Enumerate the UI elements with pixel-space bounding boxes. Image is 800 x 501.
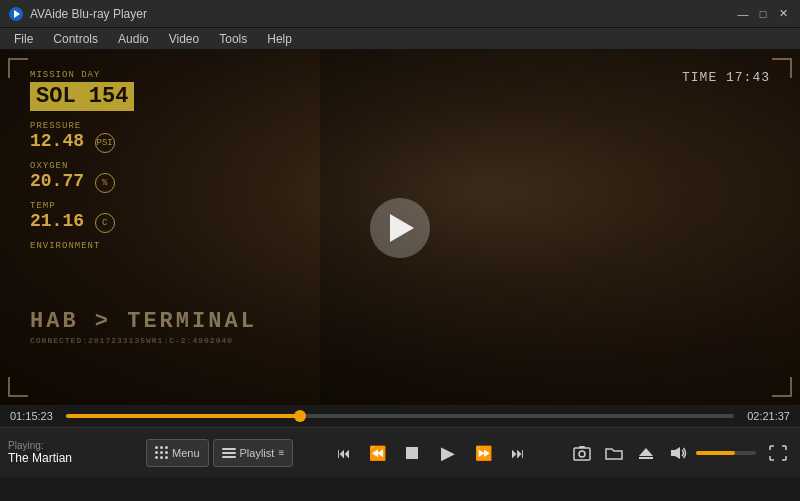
screenshot-button[interactable] [568, 439, 596, 467]
playlist-expand-icon: ≡ [278, 447, 284, 458]
title-bar: AVAide Blu-ray Player — □ ✕ [0, 0, 800, 28]
menu-file[interactable]: File [4, 30, 43, 48]
right-controls [568, 439, 792, 467]
maximize-button[interactable]: □ [754, 5, 772, 23]
hud-pressure-row: PRESSURE 12.48 PSI [30, 121, 134, 153]
eject-icon [637, 445, 655, 461]
volume-bar[interactable] [696, 451, 756, 455]
svg-rect-7 [639, 457, 653, 459]
progress-fill [66, 414, 300, 418]
stop-button[interactable] [396, 437, 428, 469]
menu-audio[interactable]: Audio [108, 30, 159, 48]
playlist-lines-icon [222, 448, 236, 458]
menu-video[interactable]: Video [159, 30, 209, 48]
app-title: AVAide Blu-ray Player [30, 7, 734, 21]
hud-temp-row: TEMP 21.16 C [30, 201, 134, 233]
app-icon [8, 6, 24, 22]
total-time: 02:21:37 [742, 410, 790, 422]
stop-icon [405, 446, 419, 460]
video-area: MISSION DAY SOL 154 PRESSURE 12.48 PSI O… [0, 50, 800, 405]
playing-label: Playing: [8, 440, 138, 451]
playlist-button[interactable]: Playlist ≡ [213, 439, 294, 467]
previous-button[interactable]: ⏪ [362, 437, 394, 469]
folder-icon [605, 445, 623, 461]
volume-fill [696, 451, 735, 455]
volume-icon [669, 445, 687, 461]
hab-terminal-text: HAB > TERMINAL CONNECTED:2017233135WR1:C… [30, 309, 257, 345]
fullscreen-button[interactable] [764, 439, 792, 467]
progress-section: 01:15:23 02:21:37 [0, 405, 800, 427]
hud-pressure-value: 12.48 PSI [30, 131, 134, 153]
screenshot-icon [573, 445, 591, 461]
svg-marker-6 [639, 448, 653, 456]
progress-thumb[interactable] [294, 410, 306, 422]
hud-oxygen-row: OXYGEN 20.77 % [30, 161, 134, 193]
video-frame: MISSION DAY SOL 154 PRESSURE 12.48 PSI O… [0, 50, 800, 405]
skip-previous-button[interactable]: ⏮ [328, 437, 360, 469]
skip-next-button[interactable]: ⏭ [502, 437, 534, 469]
progress-bar[interactable] [66, 414, 734, 418]
hud-oxygen-label: OXYGEN [30, 161, 134, 171]
mute-button[interactable] [664, 439, 692, 467]
hud-sol-value: SOL 154 [30, 82, 134, 111]
svg-marker-8 [671, 447, 680, 459]
play-triangle-icon [390, 214, 414, 242]
svg-point-4 [579, 451, 585, 457]
hud-mission-day-label: MISSION DAY [30, 70, 134, 80]
volume-section [664, 439, 756, 467]
controls-bar: Playing: The Martian Menu Playlist ≡ ⏮ ⏪ [0, 427, 800, 477]
hud-env-label: ENVIRONMENT [30, 241, 134, 251]
svg-rect-2 [406, 447, 418, 459]
play-pause-button[interactable]: ▶ [430, 435, 466, 471]
now-playing: Playing: The Martian [8, 440, 138, 465]
playing-title: The Martian [8, 451, 138, 465]
open-file-button[interactable] [600, 439, 628, 467]
svg-rect-5 [579, 446, 585, 448]
minimize-button[interactable]: — [734, 5, 752, 23]
fullscreen-icon [769, 445, 787, 461]
eject-button[interactable] [632, 439, 660, 467]
playback-controls: ⏮ ⏪ ▶ ⏩ ⏭ [297, 435, 564, 471]
hud-temp-value: 21.16 C [30, 211, 134, 233]
close-button[interactable]: ✕ [774, 5, 792, 23]
window-controls: — □ ✕ [734, 5, 792, 23]
next-button[interactable]: ⏩ [468, 437, 500, 469]
hud-oxygen-unit: % [95, 173, 115, 193]
corner-bracket-bl [8, 377, 28, 397]
hud-oxygen-value: 20.77 % [30, 171, 134, 193]
menu-button-label: Menu [172, 447, 200, 459]
hab-connected-text: CONNECTED:2017233135WR1:C-2:4902040 [30, 336, 257, 345]
menu-bar: File Controls Audio Video Tools Help [0, 28, 800, 50]
play-overlay-button[interactable] [370, 198, 430, 258]
hab-text: HAB > TERMINAL [30, 309, 257, 334]
menu-tools[interactable]: Tools [209, 30, 257, 48]
hud-pressure-label: PRESSURE [30, 121, 134, 131]
playlist-button-label: Playlist [240, 447, 275, 459]
hud-temp-label: TEMP [30, 201, 134, 211]
menu-controls[interactable]: Controls [43, 30, 108, 48]
corner-bracket-tl [8, 58, 28, 78]
hud-overlay: MISSION DAY SOL 154 PRESSURE 12.48 PSI O… [30, 70, 134, 251]
hud-temp-unit: C [95, 213, 115, 233]
current-time: 01:15:23 [10, 410, 58, 422]
menu-dots-icon [155, 446, 168, 459]
svg-rect-3 [574, 448, 590, 460]
hud-pressure-unit: PSI [95, 133, 115, 153]
menu-button[interactable]: Menu [146, 439, 209, 467]
menu-help[interactable]: Help [257, 30, 302, 48]
